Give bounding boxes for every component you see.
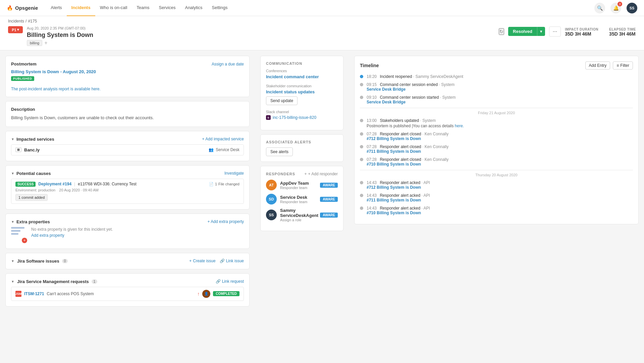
timeline-source-9: · API xyxy=(421,206,430,211)
add-tag-button[interactable]: + xyxy=(44,40,47,46)
responder-left-appdev: AT AppDev Team Responder team xyxy=(266,180,309,190)
jira-issues-collapse[interactable]: ▼ Jira Software issues 0 xyxy=(11,259,68,264)
breadcrumb-bar: Incidents / #175 xyxy=(0,16,644,24)
priority-badge[interactable]: P1 ▾ xyxy=(8,26,23,33)
timeline-link-2[interactable]: Service Desk Bridge xyxy=(367,100,456,104)
filter-label: Filter xyxy=(620,63,629,68)
timeline-desc-6: Responder alert closed xyxy=(380,157,421,162)
resolved-button[interactable]: Resolved xyxy=(508,27,537,36)
timeline-entry-5: 07:28 Responder alert closed · Ken Conna… xyxy=(360,144,633,154)
timeline-date-divider-thursday: Thursday 20 August 2020 xyxy=(360,170,633,177)
responder-row-servicedesk: SD Service Desk Responder team AWARE xyxy=(266,194,338,205)
timeline-source-1: · System xyxy=(439,82,454,87)
add-entry-button[interactable]: Add Entry xyxy=(585,61,610,70)
breadcrumb: Incidents / #175 xyxy=(8,19,636,24)
jsm-avatar: 👤 xyxy=(202,290,210,298)
see-alerts-button[interactable]: See alerts xyxy=(266,147,293,156)
nav-analytics[interactable]: Analytics xyxy=(180,0,207,16)
nav-alerts[interactable]: Alerts xyxy=(46,0,66,16)
jsm-row-right: ↑ 👤 COMPLETED xyxy=(197,290,239,298)
assign-due-date-link[interactable]: Assign a due date xyxy=(212,62,244,66)
timeline-dot-4 xyxy=(360,132,363,136)
incident-title: Billing System is Down xyxy=(27,32,93,39)
jira-service-collapse[interactable]: ▼ Jira Service Management requests 1 xyxy=(11,279,97,284)
extra-prop-text-area: No extra property is given for this inci… xyxy=(31,227,113,238)
timeline-entry-4: 07:28 Responder alert closed · Ken Conna… xyxy=(360,132,633,141)
timeline-content-2: 09:10 Command center session started · S… xyxy=(367,95,456,104)
timeline-link-8[interactable]: #711 Billing System is Down xyxy=(367,198,430,202)
flame-icon: 🔥 xyxy=(7,5,13,11)
app-logo[interactable]: 🔥 Opsgenie xyxy=(7,5,38,11)
slack-icon: S xyxy=(266,115,271,120)
timeline-link-6[interactable]: #710 Billing System is Down xyxy=(367,162,448,167)
jsm-id[interactable]: ITSM-1271 xyxy=(24,291,44,296)
resolved-dropdown-button[interactable]: ▾ xyxy=(537,27,545,36)
responder-avatar-sammy: SS xyxy=(266,210,277,220)
filter-button[interactable]: ≡ Filter xyxy=(613,61,633,70)
slack-channel-link[interactable]: S inc-175-billing-issue-820 xyxy=(266,115,338,120)
timeline-dot-2 xyxy=(360,96,363,99)
link-issue-link[interactable]: 🔗 Link issue xyxy=(220,259,244,263)
communication-title: COMMUNICATION xyxy=(266,61,338,65)
timeline-link-1[interactable]: Service Desk Bridge xyxy=(367,87,454,92)
env-label: Environment: production xyxy=(15,188,55,192)
conferences-section: Conferences Incident command center xyxy=(266,69,338,79)
priority-label: P1 xyxy=(12,28,16,32)
nav-services[interactable]: Services xyxy=(154,0,180,16)
postmortem-section-title: Postmortem xyxy=(11,61,37,66)
impacted-services-card: ▼ Impacted services + Add impacted servi… xyxy=(5,131,250,161)
potential-causes-collapse[interactable]: ▼ Potential causes xyxy=(11,171,51,176)
conference-link[interactable]: Incident command center xyxy=(266,74,338,79)
extra-properties-card: ▼ Extra properties + Add extra property … xyxy=(5,214,250,249)
nav-who-is-on-call[interactable]: Who is on-call xyxy=(95,0,132,16)
impacted-services-collapse[interactable]: ▼ Impacted services xyxy=(11,137,54,142)
search-button[interactable]: 🔍 xyxy=(594,3,605,13)
timeline-actions: Add Entry ≡ Filter xyxy=(585,61,633,70)
timeline-desc-3: Stakeholders updated xyxy=(380,118,419,123)
link-request-link[interactable]: 🔗 Link request xyxy=(216,279,244,284)
timeline-link-4[interactable]: #712 Billing System is Down xyxy=(367,136,448,141)
timeline-title: Timeline xyxy=(360,63,379,68)
nav-teams[interactable]: Teams xyxy=(132,0,154,16)
add-responder-button[interactable]: + + Add responder xyxy=(305,172,338,176)
associated-alerts-title: ASSOCIATED ALERTS xyxy=(266,140,338,144)
left-panel: Postmortem Assign a due date Billing Sys… xyxy=(0,50,255,363)
timeline-content-1: 09:15 Command center session ended · Sys… xyxy=(367,82,454,92)
send-update-button[interactable]: Send update xyxy=(266,96,298,105)
refresh-button[interactable]: ↻ xyxy=(499,28,504,35)
timeline-source-8: · API xyxy=(421,193,430,198)
description-card: Description Billing System is Down, cust… xyxy=(5,101,250,127)
add-extra-property-inline-link[interactable]: Add extra property xyxy=(31,233,64,238)
extra-properties-collapse[interactable]: ▼ Extra properties xyxy=(11,219,50,224)
add-impacted-service-link[interactable]: + Add impacted service xyxy=(202,137,244,141)
user-avatar[interactable]: SS xyxy=(627,3,637,13)
timeline-dot-3 xyxy=(360,119,363,122)
timeline-link-7[interactable]: #712 Billing System is Down xyxy=(367,185,430,190)
nav-incidents[interactable]: Incidents xyxy=(67,0,95,16)
notifications-button[interactable]: 🔔 3 xyxy=(610,3,621,13)
nav-settings[interactable]: Settings xyxy=(207,0,232,16)
timeline-here-link[interactable]: here. xyxy=(455,124,464,128)
timeline-content-3: 13:00 Stakeholders updated · System Post… xyxy=(367,118,464,128)
tag-billing[interactable]: billing xyxy=(27,40,42,46)
service-icon: ⊞ xyxy=(15,147,21,152)
timeline-link-9[interactable]: #710 Billing System is Down xyxy=(367,211,430,215)
timeline-link-5[interactable]: #711 Billing System is Down xyxy=(367,149,448,154)
postmortem-report-link[interactable]: The post-incident analysis report is ava… xyxy=(11,87,101,91)
create-issue-link[interactable]: + Create issue xyxy=(189,259,215,263)
add-extra-property-link[interactable]: + Add extra property xyxy=(208,219,244,224)
postmortem-title-link[interactable]: Billing System is Down - August 20, 2020 xyxy=(11,69,244,74)
extra-properties-header: ▼ Extra properties + Add extra property xyxy=(11,219,244,224)
conferences-label: Conferences xyxy=(266,69,338,73)
timeline-extra-3: Postmortem is published |You can access … xyxy=(367,124,464,128)
impacted-services-title: Impacted services xyxy=(16,137,54,142)
jira-issues-title: Jira Software issues xyxy=(17,259,59,264)
stakeholder-link[interactable]: Incident status updates xyxy=(266,89,338,94)
responder-role-servicedesk: Responder team xyxy=(280,200,307,204)
more-options-button[interactable]: ··· xyxy=(549,27,561,37)
investigate-link[interactable]: Investigate xyxy=(224,171,244,176)
timeline-desc-7: Responder alert acked xyxy=(380,180,420,185)
breadcrumb-parent-link[interactable]: Incidents xyxy=(8,19,24,24)
extra-properties-title: Extra properties xyxy=(16,219,50,224)
deployment-link[interactable]: Deployment #194 xyxy=(38,182,71,186)
